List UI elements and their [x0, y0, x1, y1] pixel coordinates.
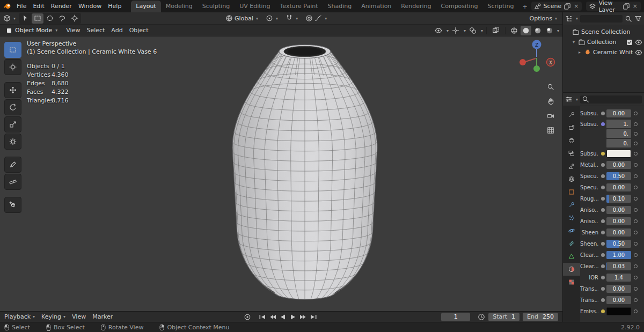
jump-end-button[interactable]: [309, 313, 318, 321]
value-slider[interactable]: 0.00: [606, 109, 631, 117]
shading-solid-button[interactable]: [521, 26, 531, 35]
properties-tab-particles[interactable]: [563, 211, 580, 224]
viewport-menu-select[interactable]: Select: [83, 26, 108, 34]
value-slider[interactable]: 0.: [606, 129, 631, 138]
editor-outliner-icon[interactable]: [565, 15, 573, 23]
animate-dot[interactable]: [634, 253, 638, 257]
animate-dot[interactable]: [634, 276, 638, 279]
value-slider[interactable]: 0.00: [606, 183, 631, 191]
workspace-tab-sculpting[interactable]: Sculpting: [197, 1, 235, 12]
value-slider[interactable]: 1.00: [606, 251, 631, 259]
color-swatch[interactable]: [606, 150, 631, 158]
select-box-tool-button[interactable]: [32, 13, 43, 24]
value-slider[interactable]: 0.: [606, 139, 631, 147]
animate-dot[interactable]: [634, 208, 638, 212]
zoom-viewport-button[interactable]: [545, 82, 556, 92]
auto-keying-button[interactable]: [243, 313, 252, 321]
gizmo-toggle-button[interactable]: [450, 26, 462, 36]
snap-dropdown[interactable]: ▾: [286, 14, 298, 22]
properties-search-input[interactable]: [580, 95, 642, 104]
properties-tab-modifiers[interactable]: [563, 198, 580, 211]
properties-tab-view-layer[interactable]: [563, 147, 580, 160]
menu-help[interactable]: Help: [105, 2, 125, 10]
animate-dot[interactable]: [634, 298, 638, 302]
animate-dot[interactable]: [634, 142, 638, 145]
animate-dot[interactable]: [634, 197, 638, 201]
shading-wireframe-button[interactable]: [509, 26, 519, 35]
properties-tab-material[interactable]: [563, 263, 580, 276]
tool-select-box-button[interactable]: [4, 42, 21, 58]
workspace-tab-compositing[interactable]: Compositing: [436, 1, 483, 12]
visibility-toggle-button[interactable]: [433, 26, 444, 36]
tool-cursor-button[interactable]: [4, 59, 21, 75]
play-reverse-button[interactable]: [278, 313, 288, 321]
animate-dot[interactable]: [634, 231, 638, 234]
gizmo-y-axis[interactable]: [533, 65, 540, 72]
value-slider[interactable]: 1.4: [606, 274, 631, 282]
select-circle-tool-button[interactable]: [44, 13, 56, 24]
editor-type-selector[interactable]: ▾: [3, 14, 16, 22]
options-dropdown[interactable]: Options ▾: [530, 12, 557, 24]
timeline-menu-playback[interactable]: Playback▾: [4, 313, 35, 320]
animate-dot[interactable]: [634, 132, 638, 136]
animate-dot[interactable]: [634, 287, 638, 291]
navigation-gizmo[interactable]: Z X: [516, 38, 557, 78]
viewport-3d[interactable]: User Perspective (1) Scene Collection | …: [0, 36, 562, 311]
current-frame-field[interactable]: 1: [441, 313, 470, 321]
scene-selector[interactable]: Scene ×: [531, 2, 582, 11]
menu-render[interactable]: Render: [48, 2, 75, 10]
viewport-menu-view[interactable]: View: [63, 26, 83, 34]
workspace-tab-modeling[interactable]: Modeling: [161, 1, 197, 12]
disclosure-right-icon[interactable]: ▸: [577, 50, 582, 55]
properties-tab-object[interactable]: [563, 186, 580, 198]
properties-tab-world[interactable]: [563, 173, 580, 186]
orientation-dropdown[interactable]: Global ▾: [225, 14, 258, 22]
workspace-tab-rendering[interactable]: Rendering: [396, 1, 436, 12]
shading-material-button[interactable]: [532, 26, 543, 35]
workspace-tab-shading[interactable]: Shading: [323, 1, 357, 12]
view-layer-selector[interactable]: View Layer ×: [586, 2, 641, 11]
add-workspace-button[interactable]: +: [518, 3, 531, 12]
editor-properties-icon[interactable]: [565, 95, 573, 103]
remove-view-layer-icon[interactable]: ×: [632, 3, 638, 10]
properties-tab-texture[interactable]: [563, 276, 580, 289]
properties-tab-scene[interactable]: [563, 160, 580, 173]
animate-dot[interactable]: [634, 152, 638, 156]
value-slider[interactable]: 0.00: [606, 228, 631, 237]
outliner-item-scene-collection[interactable]: Scene Collection: [563, 27, 644, 37]
gizmo-x-neg-axis[interactable]: [519, 59, 526, 65]
animate-dot[interactable]: [634, 264, 638, 268]
overlays-toggle-button[interactable]: [467, 26, 479, 36]
animate-dot[interactable]: [634, 122, 638, 126]
pivot-point-dropdown[interactable]: ▾: [266, 14, 278, 22]
proportional-editing-dropdown[interactable]: ▾: [305, 14, 327, 22]
animate-dot[interactable]: [634, 186, 638, 189]
outliner-item-collection[interactable]: ▾Collection: [563, 37, 644, 47]
viewport-menu-object[interactable]: Object: [126, 26, 152, 34]
value-slider[interactable]: 1.: [606, 120, 631, 128]
value-slider[interactable]: 0.50: [606, 172, 631, 180]
prev-keyframe-button[interactable]: [268, 313, 277, 321]
workspace-tab-animation[interactable]: Animation: [356, 1, 396, 12]
workspace-tab-scripting[interactable]: Scripting: [482, 1, 518, 12]
xray-toggle-button[interactable]: [490, 26, 502, 36]
properties-tab-object-data[interactable]: [563, 250, 580, 263]
workspace-tab-uv-editing[interactable]: UV Editing: [235, 1, 275, 12]
value-slider[interactable]: 0.00: [606, 161, 631, 169]
pan-viewport-button[interactable]: [545, 96, 556, 107]
timeline-menu-view[interactable]: View: [72, 313, 86, 320]
animate-dot[interactable]: [634, 112, 638, 115]
menu-window[interactable]: Window: [75, 2, 105, 10]
jump-start-button[interactable]: [258, 313, 267, 321]
new-scene-icon[interactable]: [564, 3, 571, 10]
mode-dropdown[interactable]: Object Mode ▾: [3, 26, 60, 35]
properties-tab-output[interactable]: [563, 134, 580, 147]
frame-end-field[interactable]: End 250: [523, 313, 558, 321]
tool-add-cube-button[interactable]: [4, 197, 21, 213]
tool-rotate-button[interactable]: [4, 99, 21, 115]
properties-tab-physics[interactable]: [563, 224, 580, 237]
blender-logo[interactable]: [3, 2, 11, 10]
outliner-search-input[interactable]: [580, 15, 623, 23]
timeline-menu-marker[interactable]: Marker: [92, 313, 113, 320]
play-button[interactable]: [288, 313, 298, 321]
